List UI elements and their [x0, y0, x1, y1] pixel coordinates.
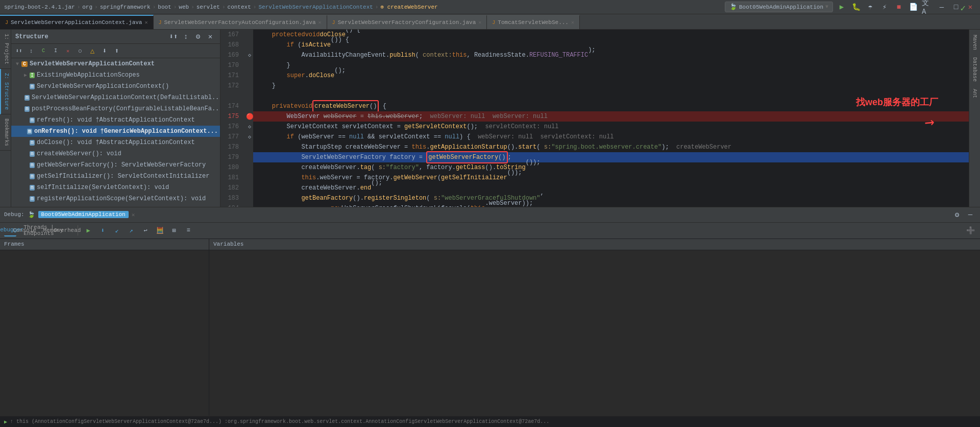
- breadcrumb-web[interactable]: web: [179, 4, 189, 10]
- tab-close-1[interactable]: ✕: [144, 19, 148, 26]
- checkmark: ✓: [960, 3, 966, 14]
- add-to-watches[interactable]: ➕: [965, 225, 976, 236]
- debug-bar-right: ⚙ —: [951, 209, 976, 220]
- gm-181: [246, 173, 253, 183]
- restore-btn[interactable]: ≡: [182, 224, 194, 236]
- tree-item-selfinit[interactable]: m selfInitialize(ServletContext): void: [11, 182, 220, 193]
- tab-tomcat[interactable]: J TomcatServletWebSe... ✕: [487, 15, 580, 29]
- debug-close[interactable]: ✕: [132, 211, 135, 218]
- ln-180: 180: [220, 162, 243, 173]
- maven-label[interactable]: Maven: [971, 32, 978, 53]
- editor-tabs: J ServletWebServerApplicationContext.jav…: [0, 14, 980, 30]
- run-button[interactable]: ▶: [836, 2, 847, 13]
- tree-item-getwebserverfactory[interactable]: m getWebServerFactory(): ServletWebServe…: [11, 159, 220, 171]
- sort-button[interactable]: ⬇⬆: [168, 31, 179, 42]
- gm-183: [246, 193, 253, 203]
- table-btn[interactable]: ⊞: [168, 224, 180, 236]
- resume-btn[interactable]: ▶: [82, 224, 94, 236]
- code-178: StartupStep createWebServer = this.getAp…: [253, 142, 969, 152]
- sort2-button[interactable]: ↕: [180, 31, 191, 42]
- debug-app-label[interactable]: Boot05WebAdminApplication: [38, 211, 129, 218]
- tree-label-doclose: doClose(): void †AbstractApplicationCont…: [37, 139, 195, 146]
- filter-btn[interactable]: ○: [75, 45, 86, 57]
- translate-button[interactable]: 文A: [922, 2, 933, 13]
- sep-1: [78, 225, 78, 235]
- breadcrumb-boot[interactable]: boot: [158, 4, 171, 10]
- database-label[interactable]: Database: [971, 54, 978, 85]
- breadcrumb-jar[interactable]: spring-boot-2.4.1.jar: [4, 4, 75, 10]
- expand-all[interactable]: ⬇⬆: [13, 45, 24, 57]
- ant-label[interactable]: Ant: [971, 86, 978, 101]
- debug-expand[interactable]: —: [965, 209, 976, 220]
- close-sidebar[interactable]: ✕: [205, 31, 216, 42]
- step-into-btn[interactable]: ↙: [111, 224, 123, 236]
- frames-label: Frames: [4, 241, 24, 247]
- profile-button[interactable]: ⚡: [879, 2, 890, 13]
- arrow-up-btn[interactable]: ⬆: [111, 45, 122, 57]
- sidebar-tree: ▼ C ServletWebServerApplicationContext ▶…: [11, 58, 220, 207]
- tree-item-createwebserver[interactable]: m createWebServer(): void: [11, 148, 220, 159]
- debug-panels: Frames Variables: [0, 239, 980, 416]
- icon-c-btn[interactable]: C: [38, 45, 49, 57]
- code-172: }: [253, 81, 969, 91]
- icon-i-btn[interactable]: I: [50, 45, 61, 57]
- breadcrumb-context[interactable]: context: [228, 4, 251, 10]
- editor-content[interactable]: 167 168 169 170 171 172 174 175 176 177 …: [220, 30, 969, 207]
- dropdown-icon[interactable]: ▼: [825, 4, 828, 10]
- debug-settings[interactable]: ⚙: [951, 209, 963, 220]
- run-cursor-btn[interactable]: ↩: [139, 224, 152, 236]
- file-button[interactable]: 📄: [908, 2, 919, 13]
- code-174: private void createWebServer() {: [253, 101, 969, 111]
- debug-icon: 🍃: [28, 211, 35, 219]
- tree-item-2[interactable]: m ServletWebServerApplicationContext(): [11, 81, 220, 92]
- minimize-button[interactable]: —: [936, 2, 947, 13]
- tree-label-selfinit: selfInitialize(ServletContext): void: [37, 184, 169, 191]
- arrow-down-btn[interactable]: ⬇: [99, 45, 110, 57]
- breadcrumb-method[interactable]: ⊕ createWebServer: [380, 4, 437, 10]
- sort-alpha[interactable]: ↕: [26, 45, 37, 57]
- tree-item-1[interactable]: ▶ I ExistingWebApplicationScopes: [11, 69, 220, 81]
- tree-item-regappscope[interactable]: m registerApplicationScope(ServletContex…: [11, 193, 220, 204]
- tab-factory-auto[interactable]: J ServletWebServerFactoryAutoConfigurati…: [154, 15, 327, 29]
- ln-174: 174: [220, 101, 243, 111]
- breadcrumb-springframework[interactable]: springframework: [100, 4, 151, 10]
- tree-item-3[interactable]: m ServletWebServerApplicationContext(Def…: [11, 92, 220, 103]
- gm-168: [246, 40, 253, 50]
- breadcrumb-class[interactable]: ServletWebServerApplicationContext: [258, 4, 373, 10]
- ln-169: 169: [220, 50, 243, 60]
- tree-item-5[interactable]: m refresh(): void †AbstractApplicationCo…: [11, 114, 220, 126]
- bookmarks-label[interactable]: Bookmarks: [0, 114, 11, 151]
- structure-label[interactable]: Z: Structure: [0, 69, 11, 114]
- java-icon-4: J: [492, 20, 495, 26]
- run-config[interactable]: 🍃 Boot05WebAdminApplication ▼: [725, 2, 833, 12]
- tree-item-doclose[interactable]: m doClose(): void †AbstractApplicationCo…: [11, 137, 220, 148]
- breadcrumb-org[interactable]: org: [82, 4, 92, 10]
- tree-root[interactable]: ▼ C ServletWebServerApplicationContext: [11, 58, 220, 69]
- breadcrumb-servlet[interactable]: servlet: [197, 4, 220, 10]
- close-button[interactable]: ✕: [965, 2, 976, 13]
- warning-btn[interactable]: △: [87, 45, 98, 57]
- tab-servletwebserver[interactable]: J ServletWebServerApplicationContext.jav…: [0, 15, 154, 29]
- code-173: [253, 91, 969, 101]
- project-label[interactable]: 1: Project: [0, 30, 11, 69]
- step-out-btn[interactable]: ↗: [125, 224, 137, 236]
- ln-179: 179: [220, 152, 243, 162]
- settings-sidebar[interactable]: ⚙: [192, 31, 204, 42]
- icon-x-btn[interactable]: ✕: [62, 45, 74, 57]
- ln-175: 175: [220, 111, 243, 122]
- tree-item-4[interactable]: m postProcessBeanFactory(ConfigurableLis…: [11, 103, 220, 114]
- tree-item-onrefresh[interactable]: m onRefresh(): void †GenericWebApplicati…: [11, 126, 220, 137]
- tree-item-getselfinit[interactable]: m getSelfInitializer(): ServletContextIn…: [11, 171, 220, 182]
- debug-button[interactable]: 🐛: [850, 2, 862, 13]
- overhead-tab[interactable]: Overhead: [61, 224, 74, 236]
- step-over-btn[interactable]: ⬇: [96, 224, 109, 236]
- code-lines[interactable]: protected void doClose() { if (isActive(…: [253, 30, 969, 207]
- coverage-button[interactable]: ☂: [865, 2, 876, 13]
- tab-close-3[interactable]: ✕: [478, 19, 481, 26]
- tab-close-4[interactable]: ✕: [571, 19, 574, 26]
- tab-close-2[interactable]: ✕: [318, 19, 322, 26]
- tab-factory-config[interactable]: J ServletWebServerFactoryConfiguration.j…: [327, 15, 487, 29]
- stop-button[interactable]: ■: [893, 2, 904, 13]
- sidebar: Structure ⬇⬆ ↕ ⚙ ✕ ⬇⬆ ↕ C I ✕ ○ △ ⬇ ⬆ ▼: [11, 30, 220, 207]
- evaluate-btn[interactable]: 🧮: [154, 224, 166, 236]
